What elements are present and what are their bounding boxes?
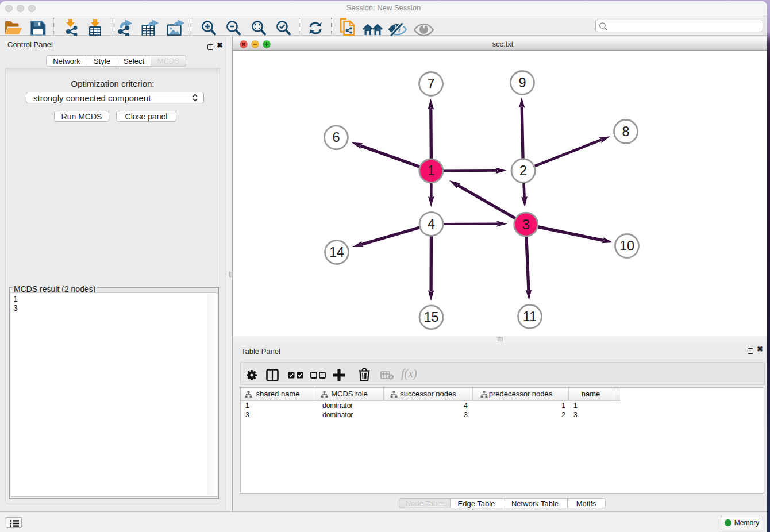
svg-text:15: 15 (424, 310, 438, 325)
svg-text:1: 1 (428, 163, 435, 178)
svg-text:10: 10 (619, 238, 634, 253)
svg-text:3: 3 (522, 217, 530, 232)
svg-text:11: 11 (523, 309, 537, 324)
svg-text:4: 4 (428, 217, 435, 232)
svg-text:14: 14 (329, 245, 344, 260)
svg-text:6: 6 (332, 130, 340, 145)
svg-text:7: 7 (427, 76, 434, 91)
svg-text:2: 2 (519, 163, 527, 178)
svg-text:8: 8 (622, 124, 629, 139)
svg-text:9: 9 (518, 75, 526, 90)
